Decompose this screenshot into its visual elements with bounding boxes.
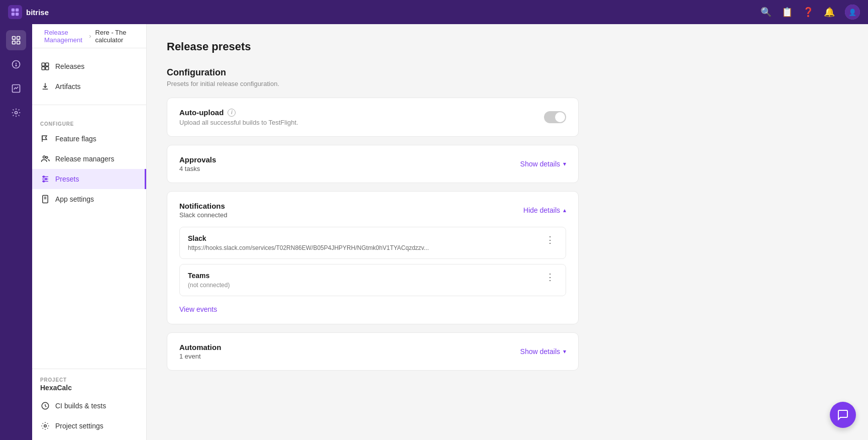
sidebar-item-feature-flags[interactable]: Feature flags [32,129,146,149]
sidebar-item-presets[interactable]: Presets [32,169,146,189]
svg-point-25 [43,176,45,178]
topbar: bitrise 🔍 📋 ❓ 🔔 👤 [0,0,868,24]
sidebar-release-managers-label: Release managers [55,155,115,163]
svg-rect-18 [46,67,49,70]
rail-flag-icon[interactable] [6,54,26,74]
user-avatar[interactable]: 👤 [845,5,860,20]
sidebar: Release Management › Rere - The calculat… [32,24,147,440]
approvals-show-details-button[interactable]: Show details ▾ [520,160,566,168]
auto-upload-label: Auto-upload i [179,108,298,117]
svg-rect-2 [12,13,15,16]
automation-chevron-icon: ▾ [563,348,566,355]
automation-row: Automation 1 event Show details ▾ [179,343,566,360]
auto-upload-card: Auto-upload i Upload all successful buil… [167,98,579,137]
project-section: PROJECT HexaCalc CI builds & tests [32,369,146,440]
nav-section-configure: CONFIGURE Feature flags Release managers [32,109,146,213]
svg-rect-6 [13,37,16,40]
svg-text:👤: 👤 [848,8,857,17]
rail-home-icon[interactable] [6,30,26,50]
auto-upload-info-icon[interactable]: i [228,109,236,117]
presets-icon [40,174,50,184]
view-events-button[interactable]: View events [179,301,217,313]
auto-upload-sublabel: Upload all successful builds to TestFlig… [179,119,298,126]
releases-icon [40,61,50,71]
icon-rail [0,24,32,440]
slack-notif-left: Slack https://hooks.slack.com/services/T… [188,234,429,251]
breadcrumb: Release Management › Rere - The calculat… [32,24,146,48]
project-name: HexaCalc [32,384,146,396]
chat-fab-button[interactable] [830,402,856,428]
sidebar-item-project-settings[interactable]: Project settings [32,416,146,436]
svg-rect-0 [12,9,15,12]
teams-label: Teams [188,272,230,280]
svg-rect-7 [17,37,20,40]
automation-show-details-label: Show details [520,347,560,356]
slack-notif-item: Slack https://hooks.slack.com/services/T… [179,227,566,259]
notifications-hide-details-button[interactable]: Hide details ▴ [523,206,566,214]
svg-rect-16 [46,63,49,66]
rail-settings-icon[interactable] [6,103,26,123]
main-content: Release presets Configuration Presets fo… [147,24,868,440]
svg-point-21 [46,156,48,158]
breadcrumb-current: Rere - The calculator [95,29,134,44]
sidebar-item-artifacts[interactable]: Artifacts [32,76,146,97]
release-managers-icon [40,154,50,164]
approvals-heading: Approvals [179,155,216,164]
topbar-brand-label: bitrise [26,8,49,17]
teams-status: (not connected) [188,282,230,289]
breadcrumb-separator: › [89,32,91,40]
notifications-card: Notifications Slack connected Hide detai… [167,191,579,324]
svg-point-27 [43,181,45,182]
project-label: PROJECT [32,377,146,384]
sidebar-item-releases[interactable]: Releases [32,56,146,76]
nav-section-main: Releases Artifacts [32,48,146,101]
help-icon[interactable]: ❓ [803,7,814,18]
sidebar-item-ci-builds[interactable]: CI builds & tests [32,396,146,416]
clipboard-icon[interactable]: 📋 [782,7,793,18]
sidebar-project-settings-label: Project settings [55,422,103,430]
rail-graph-icon[interactable] [6,78,26,99]
page-title: Release presets [167,40,579,53]
approvals-row: Approvals 4 tasks Show details ▾ [179,155,566,172]
automation-show-details-button[interactable]: Show details ▾ [520,347,566,356]
bitrise-logo[interactable] [8,5,22,19]
configure-section-label: CONFIGURE [32,117,146,129]
search-icon[interactable]: 🔍 [761,7,772,18]
nav-divider-1 [32,105,146,105]
teams-menu-button[interactable]: ⋮ [542,272,558,283]
auto-upload-toggle[interactable]: ✕ [544,111,566,123]
main-inner: Release presets Configuration Presets fo… [147,24,599,395]
svg-rect-8 [13,41,16,44]
notifications-chevron-icon: ▴ [563,207,566,214]
auto-upload-row: Auto-upload i Upload all successful buil… [179,108,566,126]
automation-heading: Automation [179,343,221,351]
notifications-status: Slack connected [179,211,227,219]
approvals-chevron-icon: ▾ [563,160,566,167]
auto-upload-text: Auto-upload [179,108,224,117]
svg-point-14 [15,112,18,114]
breadcrumb-link[interactable]: Release Management [44,29,85,44]
slack-menu-button[interactable]: ⋮ [542,234,558,245]
svg-point-12 [16,65,17,66]
svg-rect-17 [42,67,45,70]
sidebar-item-release-managers[interactable]: Release managers [32,149,146,169]
topbar-left: bitrise [8,5,49,19]
project-settings-icon [40,421,50,431]
config-section-subtitle: Presets for initial release configuratio… [167,80,579,87]
notifications-header: Notifications Slack connected Hide detai… [179,202,566,219]
slack-url: https://hooks.slack.com/services/T02RN86… [188,244,429,251]
config-section: Configuration Presets for initial releas… [167,67,579,87]
toggle-knob [555,112,565,122]
sidebar-item-app-settings[interactable]: App settings [32,189,146,209]
notifications-card-body: Notifications Slack connected Hide detai… [167,192,578,324]
svg-rect-3 [16,13,19,16]
ci-builds-icon [40,401,50,411]
svg-rect-9 [17,41,20,44]
approvals-card: Approvals 4 tasks Show details ▾ [167,145,579,183]
teams-notif-left: Teams (not connected) [188,272,230,289]
svg-point-32 [44,425,47,427]
bell-icon[interactable]: 🔔 [824,7,835,18]
auto-upload-card-body: Auto-upload i Upload all successful buil… [167,98,578,136]
automation-sub: 1 event [179,353,221,360]
automation-card: Automation 1 event Show details ▾ [167,332,579,371]
